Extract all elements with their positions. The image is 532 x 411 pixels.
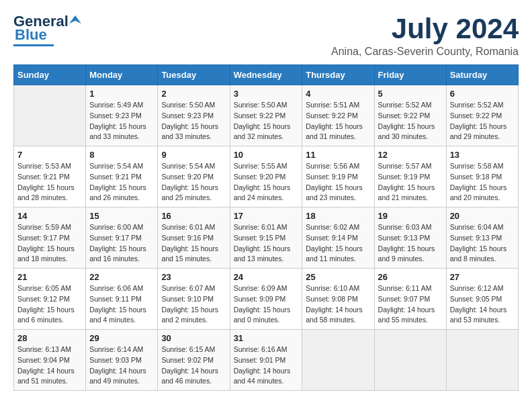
day-info: Sunrise: 6:07 AM Sunset: 9:10 PM Dayligh…: [161, 283, 226, 326]
day-info: Sunrise: 6:13 AM Sunset: 9:04 PM Dayligh…: [17, 345, 82, 387]
day-number: 18: [306, 211, 370, 221]
day-info: Sunrise: 6:01 AM Sunset: 9:16 PM Dayligh…: [161, 222, 226, 265]
title-block: July 2024 Anina, Caras-Severin County, R…: [331, 13, 519, 58]
calendar-week-row: 21Sunrise: 6:05 AM Sunset: 9:12 PM Dayli…: [14, 269, 519, 330]
calendar-week-row: 28Sunrise: 6:13 AM Sunset: 9:04 PM Dayli…: [14, 330, 519, 391]
day-info: Sunrise: 6:10 AM Sunset: 9:08 PM Dayligh…: [306, 283, 370, 326]
logo-bird-icon: [69, 14, 81, 26]
day-number: 14: [17, 211, 82, 221]
day-info: Sunrise: 6:02 AM Sunset: 9:14 PM Dayligh…: [306, 222, 370, 265]
weekday-header-saturday: Saturday: [446, 65, 518, 85]
calendar-cell: 18Sunrise: 6:02 AM Sunset: 9:14 PM Dayli…: [302, 208, 374, 269]
day-info: Sunrise: 5:59 AM Sunset: 9:17 PM Dayligh…: [17, 222, 82, 265]
day-number: 28: [17, 333, 82, 343]
day-info: Sunrise: 6:01 AM Sunset: 9:15 PM Dayligh…: [234, 222, 299, 265]
calendar-cell: 19Sunrise: 6:03 AM Sunset: 9:13 PM Dayli…: [374, 208, 446, 269]
weekday-header-wednesday: Wednesday: [230, 65, 302, 85]
day-number: 22: [89, 272, 154, 282]
calendar-cell: 5Sunrise: 5:52 AM Sunset: 9:22 PM Daylig…: [374, 85, 446, 146]
day-info: Sunrise: 5:54 AM Sunset: 9:21 PM Dayligh…: [89, 161, 154, 203]
page-header: General Blue July 2024 Anina, Caras-Seve…: [13, 13, 519, 58]
calendar-cell: 31Sunrise: 6:16 AM Sunset: 9:01 PM Dayli…: [230, 330, 302, 391]
calendar-cell: 8Sunrise: 5:54 AM Sunset: 9:21 PM Daylig…: [86, 146, 158, 208]
calendar-cell: 9Sunrise: 5:54 AM Sunset: 9:20 PM Daylig…: [158, 146, 230, 208]
day-number: 11: [306, 150, 370, 160]
svg-marker-0: [69, 15, 81, 24]
calendar-cell: 12Sunrise: 5:57 AM Sunset: 9:19 PM Dayli…: [374, 146, 446, 208]
day-info: Sunrise: 5:49 AM Sunset: 9:23 PM Dayligh…: [89, 100, 154, 142]
day-number: 26: [378, 272, 443, 282]
day-info: Sunrise: 6:11 AM Sunset: 9:07 PM Dayligh…: [378, 283, 443, 326]
day-number: 20: [450, 211, 515, 221]
day-info: Sunrise: 6:04 AM Sunset: 9:13 PM Dayligh…: [450, 222, 515, 265]
calendar-cell: 16Sunrise: 6:01 AM Sunset: 9:16 PM Dayli…: [158, 208, 230, 269]
weekday-header-friday: Friday: [374, 65, 446, 85]
day-info: Sunrise: 5:51 AM Sunset: 9:22 PM Dayligh…: [306, 100, 370, 142]
calendar-cell: 6Sunrise: 5:52 AM Sunset: 9:22 PM Daylig…: [446, 85, 518, 146]
weekday-header-tuesday: Tuesday: [158, 65, 230, 85]
calendar-cell: 21Sunrise: 6:05 AM Sunset: 9:12 PM Dayli…: [14, 269, 86, 330]
calendar-table: SundayMondayTuesdayWednesdayThursdayFrid…: [13, 64, 519, 391]
weekday-header-monday: Monday: [86, 65, 158, 85]
day-number: 13: [450, 150, 515, 160]
calendar-cell: 20Sunrise: 6:04 AM Sunset: 9:13 PM Dayli…: [446, 208, 518, 269]
calendar-cell: 29Sunrise: 6:14 AM Sunset: 9:03 PM Dayli…: [86, 330, 158, 391]
day-info: Sunrise: 5:58 AM Sunset: 9:18 PM Dayligh…: [450, 161, 515, 203]
day-number: 21: [17, 272, 82, 282]
day-info: Sunrise: 5:54 AM Sunset: 9:20 PM Dayligh…: [161, 161, 226, 203]
day-number: 7: [17, 150, 82, 160]
day-info: Sunrise: 6:03 AM Sunset: 9:13 PM Dayligh…: [378, 222, 443, 265]
calendar-week-row: 7Sunrise: 5:53 AM Sunset: 9:21 PM Daylig…: [14, 146, 519, 208]
day-number: 4: [306, 89, 370, 99]
calendar-cell: 23Sunrise: 6:07 AM Sunset: 9:10 PM Dayli…: [158, 269, 230, 330]
day-info: Sunrise: 5:52 AM Sunset: 9:22 PM Dayligh…: [450, 100, 515, 142]
day-info: Sunrise: 5:52 AM Sunset: 9:22 PM Dayligh…: [378, 100, 443, 142]
day-info: Sunrise: 6:15 AM Sunset: 9:02 PM Dayligh…: [161, 345, 226, 387]
calendar-cell: 26Sunrise: 6:11 AM Sunset: 9:07 PM Dayli…: [374, 269, 446, 330]
day-info: Sunrise: 6:00 AM Sunset: 9:17 PM Dayligh…: [89, 222, 154, 265]
day-number: 23: [161, 272, 226, 282]
day-number: 30: [161, 333, 226, 343]
day-info: Sunrise: 5:56 AM Sunset: 9:19 PM Dayligh…: [306, 161, 370, 203]
calendar-cell: [446, 330, 518, 391]
day-number: 2: [161, 89, 226, 99]
calendar-cell: 2Sunrise: 5:50 AM Sunset: 9:23 PM Daylig…: [158, 85, 230, 146]
weekday-header-row: SundayMondayTuesdayWednesdayThursdayFrid…: [14, 65, 519, 85]
calendar-cell: 25Sunrise: 6:10 AM Sunset: 9:08 PM Dayli…: [302, 269, 374, 330]
day-number: 3: [234, 89, 299, 99]
day-info: Sunrise: 5:53 AM Sunset: 9:21 PM Dayligh…: [17, 161, 82, 203]
calendar-cell: 15Sunrise: 6:00 AM Sunset: 9:17 PM Dayli…: [86, 208, 158, 269]
day-number: 25: [306, 272, 370, 282]
day-number: 24: [234, 272, 299, 282]
day-info: Sunrise: 5:55 AM Sunset: 9:20 PM Dayligh…: [234, 161, 299, 203]
day-number: 6: [450, 89, 515, 99]
calendar-cell: [14, 85, 86, 146]
day-number: 29: [89, 333, 154, 343]
calendar-cell: 11Sunrise: 5:56 AM Sunset: 9:19 PM Dayli…: [302, 146, 374, 208]
calendar-cell: [302, 330, 374, 391]
calendar-cell: 10Sunrise: 5:55 AM Sunset: 9:20 PM Dayli…: [230, 146, 302, 208]
day-info: Sunrise: 6:06 AM Sunset: 9:11 PM Dayligh…: [89, 283, 154, 326]
day-number: 31: [234, 333, 299, 343]
day-number: 15: [89, 211, 154, 221]
logo-text-blue: Blue: [15, 27, 47, 43]
day-number: 5: [378, 89, 443, 99]
day-info: Sunrise: 5:50 AM Sunset: 9:23 PM Dayligh…: [161, 100, 226, 142]
day-info: Sunrise: 5:50 AM Sunset: 9:22 PM Dayligh…: [234, 100, 299, 142]
location-title: Anina, Caras-Severin County, Romania: [331, 46, 519, 58]
calendar-week-row: 1Sunrise: 5:49 AM Sunset: 9:23 PM Daylig…: [14, 85, 519, 146]
calendar-cell: 1Sunrise: 5:49 AM Sunset: 9:23 PM Daylig…: [86, 85, 158, 146]
day-number: 17: [234, 211, 299, 221]
day-info: Sunrise: 6:05 AM Sunset: 9:12 PM Dayligh…: [17, 283, 82, 326]
calendar-cell: 24Sunrise: 6:09 AM Sunset: 9:09 PM Dayli…: [230, 269, 302, 330]
calendar-cell: [374, 330, 446, 391]
day-number: 27: [450, 272, 515, 282]
logo-underline: [13, 44, 54, 46]
calendar-cell: 28Sunrise: 6:13 AM Sunset: 9:04 PM Dayli…: [14, 330, 86, 391]
day-number: 10: [234, 150, 299, 160]
logo: General Blue: [13, 13, 81, 46]
day-number: 1: [89, 89, 154, 99]
calendar-week-row: 14Sunrise: 5:59 AM Sunset: 9:17 PM Dayli…: [14, 208, 519, 269]
day-info: Sunrise: 6:16 AM Sunset: 9:01 PM Dayligh…: [234, 345, 299, 387]
calendar-cell: 30Sunrise: 6:15 AM Sunset: 9:02 PM Dayli…: [158, 330, 230, 391]
